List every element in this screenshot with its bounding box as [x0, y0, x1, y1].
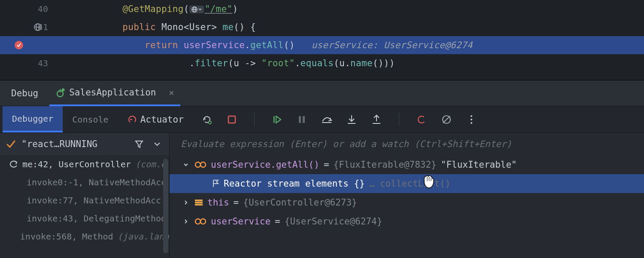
- variable-node[interactable]: Reactor stream elements {} … collectList…: [170, 174, 644, 193]
- svg-point-23: [471, 119, 472, 120]
- line-number: 43: [31, 58, 48, 68]
- svg-point-24: [471, 122, 472, 124]
- stack-frame[interactable]: me:42, UserController(com.e: [0, 155, 169, 173]
- close-icon[interactable]: ✕: [169, 87, 174, 98]
- stop-icon[interactable]: [226, 114, 238, 126]
- frames-list[interactable]: me:42, UserController(com.einvoke0:-1, N…: [0, 155, 169, 258]
- svg-rect-30: [195, 204, 203, 206]
- svg-point-19: [417, 115, 426, 124]
- svg-point-26: [200, 162, 206, 167]
- drop-frame-icon[interactable]: [9, 160, 18, 168]
- thread-name: "react…RUNNING: [21, 139, 97, 149]
- expander-icon[interactable]: [182, 219, 190, 224]
- svg-rect-16: [322, 122, 331, 123]
- field-icon: [194, 199, 203, 206]
- tab-actuator[interactable]: Actuator: [121, 106, 191, 132]
- step-out-icon[interactable]: [371, 114, 383, 126]
- step-over-icon[interactable]: [321, 114, 333, 126]
- svg-rect-18: [373, 123, 380, 124]
- svg-rect-15: [303, 116, 305, 123]
- svg-rect-28: [195, 200, 203, 201]
- code-line[interactable]: 41 public Mono<User> me() {: [0, 18, 644, 36]
- svg-rect-17: [348, 123, 355, 124]
- svg-rect-12: [228, 116, 235, 123]
- chevron-down-icon[interactable]: [151, 138, 163, 150]
- flag-icon: [212, 179, 219, 188]
- svg-point-31: [195, 219, 200, 224]
- variable-node[interactable]: userService = {UserService@6274}: [170, 212, 644, 231]
- view-breakpoints-icon[interactable]: [416, 114, 428, 126]
- debug-toolwindow-tabstrip: Debug SalesApplication ✕: [0, 80, 644, 106]
- code-line[interactable]: 43 .filter(u -> "root".equals(u.name())): [0, 54, 644, 72]
- variables-tree[interactable]: userService.getAll() = {FluxIterable@783…: [170, 155, 644, 258]
- svg-rect-14: [299, 116, 301, 123]
- debug-toolbar: Debugger Console Actuator: [0, 106, 644, 132]
- expander-icon[interactable]: [182, 162, 190, 167]
- debug-body: "react…RUNNING me:42, UserController(com…: [0, 132, 644, 258]
- svg-point-8: [62, 89, 65, 92]
- scrollbar[interactable]: [163, 159, 168, 253]
- stack-frame[interactable]: invoke:77, NativeMethodAcc: [0, 191, 169, 209]
- more-icon[interactable]: [465, 114, 477, 126]
- svg-point-32: [200, 219, 206, 224]
- svg-rect-7: [60, 89, 61, 92]
- mute-breakpoints-icon[interactable]: [440, 114, 453, 126]
- svg-point-25: [195, 162, 200, 167]
- globe-icon[interactable]: [189, 6, 204, 13]
- separator: [399, 113, 399, 126]
- watch-icon: [194, 218, 207, 225]
- actuator-icon: [128, 115, 137, 124]
- tab-debugger[interactable]: Debugger: [3, 106, 63, 132]
- run-config-icon: [55, 88, 65, 97]
- stack-frame[interactable]: invoke:568, Method (java.lang: [0, 227, 169, 246]
- check-icon: [6, 139, 15, 149]
- code-editor[interactable]: 40 @GetMapping("/me")41 public Mono<User…: [0, 0, 644, 80]
- debug-subtabs: Debugger Console: [3, 106, 118, 132]
- svg-rect-29: [195, 202, 203, 203]
- thread-selector[interactable]: "react…RUNNING: [0, 133, 169, 155]
- debug-toolwindow-label: Debug: [0, 88, 49, 98]
- code-line[interactable]: return userService.getAll() userService:…: [0, 36, 644, 54]
- actuator-label: Actuator: [140, 114, 184, 125]
- watch-icon: [194, 161, 207, 169]
- variables-panel[interactable]: Evaluate expression (Enter) or add a wat…: [170, 133, 644, 258]
- variable-node[interactable]: userService.getAll() = {FluxIterable@783…: [170, 155, 644, 174]
- rerun-icon[interactable]: [201, 114, 213, 126]
- svg-rect-11: [209, 122, 211, 123]
- evaluate-expression-input[interactable]: Evaluate expression (Enter) or add a wat…: [170, 133, 644, 155]
- web-icon[interactable]: [33, 23, 42, 31]
- frames-panel[interactable]: "react…RUNNING me:42, UserController(com…: [0, 133, 170, 258]
- step-into-icon[interactable]: [346, 114, 358, 126]
- run-config-tab[interactable]: SalesApplication ✕: [49, 81, 180, 106]
- separator: [254, 113, 255, 126]
- filter-icon[interactable]: [133, 138, 145, 150]
- pause-icon[interactable]: [296, 114, 308, 126]
- resume-icon[interactable]: [271, 114, 283, 126]
- breakpoint-icon[interactable]: [15, 41, 23, 49]
- line-number: 40: [31, 4, 48, 14]
- svg-rect-13: [273, 116, 275, 123]
- tab-console[interactable]: Console: [63, 106, 118, 132]
- expander-icon[interactable]: [182, 200, 190, 205]
- run-config-name: SalesApplication: [69, 87, 156, 98]
- svg-point-22: [471, 115, 472, 117]
- stack-frame[interactable]: invoke0:-1, NativeMethodAcc: [0, 173, 169, 191]
- code-line[interactable]: 40 @GetMapping("/me"): [0, 0, 644, 18]
- stack-frame[interactable]: invoke:43, DelegatingMethod: [0, 209, 169, 227]
- variable-node[interactable]: this = {UserController@6273}: [170, 193, 644, 212]
